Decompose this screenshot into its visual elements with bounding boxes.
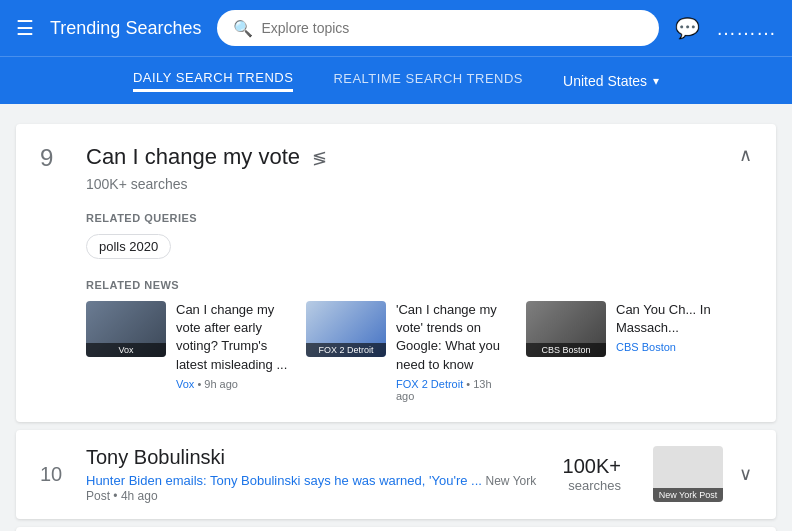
card-collapsed-content-11: 11 Mönchengladbach vs Real Madrid How to… <box>16 527 776 531</box>
top-navigation-bar: ☰ Trending Searches 🔍 💬 ……… <box>0 0 792 56</box>
news-content-2: 'Can I change my vote' trends on Google:… <box>396 301 510 402</box>
trend-text-section-10: Tony Bobulinski Hunter Biden emails: Ton… <box>86 446 547 503</box>
trend-card-11: 11 Mönchengladbach vs Real Madrid How to… <box>16 527 776 531</box>
news-headline-3: Can You Ch... In Massach... <box>616 301 730 337</box>
news-item-1: Vox Can I change my vote after early vot… <box>86 301 306 402</box>
news-source-label-2: FOX 2 Detroit <box>306 343 386 357</box>
rank-number-10: 10 <box>40 463 70 486</box>
news-thumbnail-3: CBS Boston <box>526 301 606 357</box>
news-meta-1: Vox • 9h ago <box>176 378 290 390</box>
trend-count-big-10: 100K+ <box>563 455 621 478</box>
trend-title-section: Can I change my vote ≶ <box>86 144 327 170</box>
trend-count-label-10: searches <box>563 478 621 493</box>
trend-sub-meta-10: New York Post • 4h ago <box>86 474 536 503</box>
sub-navigation: DAILY SEARCH TRENDS REALTIME SEARCH TREN… <box>0 56 792 104</box>
news-item-3: CBS Boston Can You Ch... In Massach... C… <box>526 301 746 402</box>
main-content: 9 Can I change my vote ≶ ∧ 100K+ searche… <box>0 124 792 531</box>
news-item-2: FOX 2 Detroit 'Can I change my vote' tre… <box>306 301 526 402</box>
apps-grid-icon[interactable]: ……… <box>716 17 776 40</box>
news-content-3: Can You Ch... In Massach... CBS Boston <box>616 301 730 353</box>
menu-icon[interactable]: ☰ <box>16 16 34 40</box>
news-content-1: Can I change my vote after early voting?… <box>176 301 290 390</box>
card-header: 9 Can I change my vote ≶ ∧ <box>40 144 752 172</box>
trend-sub-headline-10: Hunter Biden emails: Tony Bobulinski say… <box>86 473 547 503</box>
query-chip[interactable]: polls 2020 <box>86 234 171 259</box>
news-thumbnail-1: Vox <box>86 301 166 357</box>
card-header-left: 9 Can I change my vote ≶ <box>40 144 327 172</box>
tab-realtime-search-trends[interactable]: REALTIME SEARCH TRENDS <box>333 71 523 90</box>
news-meta-2: FOX 2 Detroit • 13h ago <box>396 378 510 402</box>
expand-button-10[interactable]: ∨ <box>739 463 752 485</box>
trend-thumb-source-10: New York Post <box>653 488 723 502</box>
trend-card-9: 9 Can I change my vote ≶ ∧ 100K+ searche… <box>16 124 776 422</box>
news-thumbnail-2: FOX 2 Detroit <box>306 301 386 357</box>
news-source-label-1: Vox <box>86 343 166 357</box>
search-bar-container: 🔍 <box>217 10 659 46</box>
search-icon: 🔍 <box>233 19 253 38</box>
top-bar-icons: 💬 ……… <box>675 16 776 40</box>
related-news-label: RELATED NEWS <box>86 279 752 291</box>
card-expanded-content: 9 Can I change my vote ≶ ∧ 100K+ searche… <box>16 124 776 422</box>
rank-number: 9 <box>40 144 70 172</box>
news-grid: Vox Can I change my vote after early vot… <box>86 301 752 402</box>
related-queries-label: RELATED QUERIES <box>86 212 752 224</box>
trend-thumbnail-10: New York Post <box>653 446 723 502</box>
news-headline-2: 'Can I change my vote' trends on Google:… <box>396 301 510 374</box>
related-queries-section: RELATED QUERIES polls 2020 <box>86 212 752 259</box>
trend-count: 100K+ searches <box>86 176 752 192</box>
chat-icon[interactable]: 💬 <box>675 16 700 40</box>
trend-card-10: 10 Tony Bobulinski Hunter Biden emails: … <box>16 430 776 519</box>
trend-title: Can I change my vote <box>86 144 300 169</box>
chevron-down-icon: ▾ <box>653 74 659 88</box>
collapse-button[interactable]: ∧ <box>739 144 752 166</box>
news-meta-3: CBS Boston <box>616 341 730 353</box>
tab-daily-search-trends[interactable]: DAILY SEARCH TRENDS <box>133 70 294 92</box>
related-news-section: RELATED NEWS Vox Can I change my vote af… <box>86 279 752 402</box>
share-icon[interactable]: ≶ <box>312 148 327 168</box>
region-label: United States <box>563 73 647 89</box>
search-input[interactable] <box>261 20 643 36</box>
region-selector[interactable]: United States ▾ <box>563 73 659 89</box>
news-source-label-3: CBS Boston <box>526 343 606 357</box>
trend-title-10: Tony Bobulinski <box>86 446 547 469</box>
card-collapsed-content-10: 10 Tony Bobulinski Hunter Biden emails: … <box>16 430 776 519</box>
news-headline-1: Can I change my vote after early voting?… <box>176 301 290 374</box>
trend-count-section-10: 100K+ searches <box>563 455 621 493</box>
app-title: Trending Searches <box>50 18 201 39</box>
